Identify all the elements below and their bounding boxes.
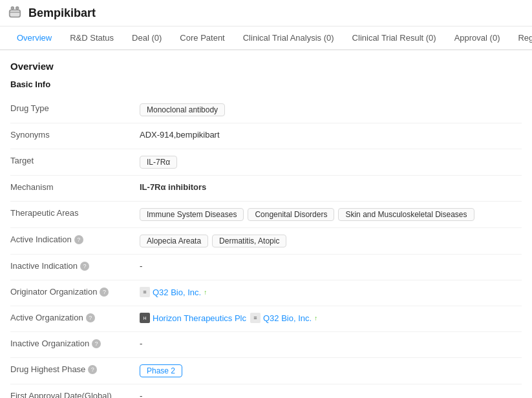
tag: Skin and Musculoskeletal Diseases: [338, 208, 474, 221]
row-label: Active Organization?: [10, 313, 140, 322]
row-value: ≡Q32 Bio, Inc.↑: [140, 287, 522, 297]
table-row: Inactive Indication?-: [10, 255, 522, 280]
table-row: Inactive Organization?-: [10, 332, 522, 358]
row-value: -: [140, 339, 522, 348]
org-icon: H: [140, 313, 150, 323]
help-icon[interactable]: ?: [80, 262, 89, 271]
page-title: Bempikibart: [28, 6, 96, 20]
tag: Alopecia Areata: [140, 235, 208, 247]
tag: Dermatitis, Atopic: [212, 235, 286, 247]
table-row: Therapeutic AreasImmune System DiseasesC…: [10, 202, 522, 228]
org-name: Horizon Therapeutics Plc: [153, 313, 246, 323]
row-label: First Approval Date(Global): [10, 391, 140, 398]
row-value: -: [140, 261, 522, 271]
table-row: First Approval Date(Global)-: [10, 384, 522, 398]
tab-r&d-status[interactable]: R&D Status: [61, 26, 123, 50]
row-value: HHorizon Therapeutics Plc≡Q32 Bio, Inc.↑: [140, 313, 522, 323]
help-icon[interactable]: ?: [74, 235, 83, 244]
row-value: IL-7Rα inhibitors: [140, 182, 522, 192]
row-label: Drug Type: [10, 103, 140, 113]
help-icon[interactable]: ?: [92, 339, 101, 348]
tab-regulation--0-[interactable]: Regulation (0): [509, 26, 532, 50]
org-arrow-icon: ↑: [204, 289, 207, 296]
org-item: ≡Q32 Bio, Inc.↑: [250, 313, 317, 323]
row-value: -: [140, 391, 522, 398]
org-icon: ≡: [140, 287, 150, 297]
row-label: Therapeutic Areas: [10, 208, 140, 218]
table-row: MechanismIL-7Rα inhibitors: [10, 176, 522, 202]
svg-point-1: [12, 7, 14, 10]
bold-value: IL-7Rα inhibitors: [140, 182, 206, 192]
row-value: IL-7Rα: [140, 156, 522, 169]
org-item: ≡Q32 Bio, Inc.↑: [140, 287, 207, 297]
tag: Monoclonal antibody: [140, 103, 225, 116]
row-label: Mechanism: [10, 182, 140, 192]
tab-core-patent[interactable]: Core Patent: [171, 26, 233, 50]
tab-deal--0-[interactable]: Deal (0): [123, 26, 171, 50]
org-name: Q32 Bio, Inc.: [263, 313, 312, 323]
table-row: Drug Highest Phase?Phase 2: [10, 358, 522, 384]
tab-clinical-trial-analysis--0-[interactable]: Clinical Trial Analysis (0): [234, 26, 343, 50]
main-content: Overview Basic Info Drug TypeMonoclonal …: [0, 50, 532, 398]
table-row: TargetIL-7Rα: [10, 149, 522, 176]
basic-info-title: Basic Info: [10, 79, 522, 89]
page-header: Bempikibart: [0, 0, 532, 26]
tag: IL-7Rα: [140, 156, 177, 169]
phase-badge: Phase 2: [140, 364, 182, 377]
row-value: Monoclonal antibody: [140, 103, 522, 116]
tag: Congenital Disorders: [248, 208, 334, 221]
tab-clinical-trial-result--0-[interactable]: Clinical Trial Result (0): [343, 26, 445, 50]
row-value: ADX-914,bempikibart: [140, 130, 522, 140]
help-icon[interactable]: ?: [86, 313, 95, 322]
tab-overview[interactable]: Overview: [8, 26, 61, 50]
row-label: Inactive Organization?: [10, 339, 140, 348]
table-row: Drug TypeMonoclonal antibody: [10, 97, 522, 123]
row-value: Phase 2: [140, 364, 522, 377]
table-row: Active Organization?HHorizon Therapeutic…: [10, 306, 522, 332]
tag: Immune System Diseases: [140, 208, 244, 221]
row-label: Synonyms: [10, 130, 140, 140]
info-rows-container: Drug TypeMonoclonal antibodySynonymsADX-…: [10, 97, 522, 398]
row-label: Drug Highest Phase?: [10, 364, 140, 374]
org-arrow-icon: ↑: [314, 315, 317, 322]
org-name: Q32 Bio, Inc.: [153, 288, 201, 297]
row-label: Inactive Indication?: [10, 261, 140, 271]
overview-title: Overview: [10, 61, 522, 72]
table-row: Active Indication?Alopecia AreataDermati…: [10, 228, 522, 255]
row-value: Alopecia AreataDermatitis, Atopic: [140, 235, 522, 247]
tab-approval--0-[interactable]: Approval (0): [445, 26, 509, 50]
row-label: Active Indication?: [10, 235, 140, 244]
svg-rect-0: [10, 10, 21, 17]
table-row: SynonymsADX-914,bempikibart: [10, 123, 522, 149]
row-label: Originator Organization?: [10, 287, 140, 297]
help-icon[interactable]: ?: [100, 288, 109, 297]
drug-icon: [8, 5, 23, 21]
org-item: HHorizon Therapeutics Plc: [140, 313, 246, 323]
row-value: Immune System DiseasesCongenital Disorde…: [140, 208, 522, 221]
row-label: Target: [10, 156, 140, 165]
tab-bar: OverviewR&D StatusDeal (0)Core PatentCli…: [0, 26, 532, 50]
svg-point-2: [16, 7, 19, 10]
help-icon[interactable]: ?: [88, 365, 97, 374]
table-row: Originator Organization?≡Q32 Bio, Inc.↑: [10, 280, 522, 306]
org-icon: ≡: [250, 313, 261, 323]
